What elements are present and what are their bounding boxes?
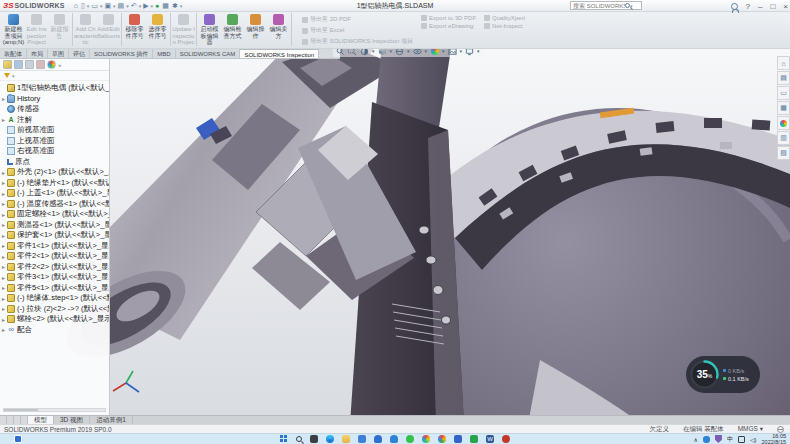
tree-item[interactable]: ▸(-) 上盖<1> (默认<<默认>_显示状 [0,188,109,199]
appearances-scenes-icon[interactable] [777,116,790,130]
undo-icon[interactable]: ↶ [130,1,138,10]
options-icon[interactable]: ✱ [171,1,179,10]
tree-item[interactable]: ▸外壳 (2)<1> (默认<<默认>_显示状 [0,167,109,178]
tree-filter[interactable]: ▾ [0,71,109,81]
tab-scroll-button[interactable] [7,416,14,424]
tray-display-icon[interactable] [738,436,745,443]
export-edrawing-button[interactable]: Export eDrawing [421,23,476,29]
panel-horizontal-scrollbar[interactable] [3,408,106,412]
tree-item[interactable]: ▸测温器<1> (默认<<默认>_显示状 [0,220,109,231]
file-explorer-icon[interactable]: ▭ [777,86,790,100]
store-icon[interactable] [374,435,382,443]
tree-item[interactable]: 原点 [0,157,109,168]
search-input[interactable] [573,3,625,9]
search-icon[interactable] [625,3,630,8]
tray-volume-icon[interactable]: ◁) [750,436,757,443]
tray-security-shield-icon[interactable] [715,435,722,443]
solidworks-forum-icon[interactable]: ▧ [777,146,790,160]
edit-operations-button[interactable]: 编辑操作 [244,13,267,48]
new-inspection-project-button[interactable]: 新建检查项目 (amp;N) [2,13,25,48]
chrome-icon[interactable] [438,435,446,443]
file-properties-icon[interactable]: ▦ [161,1,170,10]
taskbar-search-icon[interactable] [296,436,302,442]
qualityxpert-button[interactable]: QualityXpert [484,15,525,21]
tab-solidworks-cam[interactable]: SOLIDWORKS CAM [176,49,241,58]
open-file-icon[interactable]: ▭ [90,1,99,10]
system-monitor-widget[interactable]: 35% 0 KB/s 0.1 KB/s [686,356,760,393]
export-3d-pdf-button[interactable]: Export to 3D PDF [421,15,476,21]
viewport-3d[interactable] [0,42,790,424]
tab-sketch[interactable]: 草图 [48,49,69,58]
tab-scroll-button[interactable] [14,416,21,424]
help-button[interactable]: ? [746,2,750,11]
browser-icon[interactable] [422,435,430,443]
remove-balloons-button[interactable]: 移除零件序号 [123,13,146,48]
restore-button[interactable]: □ [770,2,775,11]
design-library-icon[interactable]: ▤ [777,71,790,85]
hidden-icons-chevron[interactable]: ∧ [694,436,698,443]
propertymanager-tab[interactable] [14,60,23,69]
tab-mbd[interactable]: MBD [153,49,175,58]
tab-3d-views[interactable]: 3D 视图 [54,416,90,424]
tab-addins[interactable]: SOLIDWORKS 插件 [90,49,153,58]
tab-layout[interactable]: 布局 [27,49,48,58]
app-red-icon[interactable] [502,435,510,443]
home-icon[interactable]: ⌂ [73,1,79,10]
tab-evaluate[interactable]: 评估 [69,49,90,58]
view-palette-icon[interactable]: ▦ [777,101,790,115]
configurationmanager-tab[interactable] [25,60,34,69]
tree-item[interactable]: ▸固定螺栓<1> (默认<<默认>_显示 [0,209,109,220]
close-button[interactable]: × [783,2,788,11]
tree-item[interactable]: ▸零件2<1> (默认<<默认>_显示状态 [0,251,109,262]
featuremanager-tree-tab[interactable] [3,60,12,69]
tree-item[interactable]: ▸保护套<1> (默认<<默认>_显示状 [0,230,109,241]
taskbar-pinned-app-icon[interactable] [14,435,22,443]
tree-item[interactable]: 上视基准面 [0,136,109,147]
wechat-icon[interactable] [406,435,414,443]
tab-assembly[interactable]: 装配体 [0,49,27,58]
help-search[interactable]: ▾ [570,1,642,10]
clock[interactable]: 16:05 2022/8/15 [762,433,786,444]
tree-item[interactable]: ▸History [0,94,109,105]
tree-item[interactable]: ▸(-) 温度传感器<1> (默认<<默认>_ [0,199,109,210]
tab-motion-study[interactable]: 运动算例1 [90,416,133,424]
app-blue-icon[interactable] [454,435,462,443]
status-globe-icon[interactable] [777,426,784,433]
minimize-button[interactable]: – [758,2,762,11]
login-icon[interactable] [731,3,738,10]
word-icon[interactable]: W [486,435,494,443]
tree-item[interactable]: ▸零件3<1> (默认<<默认>_显示状态 [0,272,109,283]
tree-item[interactable]: ▸螺栓<2> (默认<<默认>_显示状态 [0,314,109,325]
edit-inspection-methods-button[interactable]: 编辑检查方式 [221,13,244,48]
add-edit-balloons-button[interactable]: Add/Edit Balloons [97,13,120,48]
tab-scroll-button[interactable] [0,416,7,424]
app-green-icon[interactable] [470,435,478,443]
tab-model[interactable]: 模型 [28,416,54,424]
export-excel-button[interactable]: 导出至 Excel [302,26,413,35]
solidworks-resources-icon[interactable]: ⌂ [777,56,790,70]
save-icon[interactable]: ▣ [103,1,112,10]
file-explorer-icon[interactable] [342,435,350,443]
export-inspection-project-button[interactable]: 导出至 SOLIDWORKS Inspection 项目 [302,37,413,46]
edit-vendors-button[interactable]: 编辑卖方 [267,13,290,48]
displaymanager-tab[interactable] [47,60,56,69]
new-file-icon[interactable]: ▯ [80,1,86,10]
dimxpertmanager-tab[interactable] [36,60,45,69]
units-selector[interactable]: MMGS ▾ [738,425,763,433]
export-2d-pdf-button[interactable]: 导出至 2D PDF [302,15,413,24]
onedrive-icon[interactable] [390,435,398,443]
edit-inspection-project-button[interactable]: Edit Inspection Project [25,13,48,48]
tree-item[interactable]: ▸(-) 拉块 (2)<2> ->? (默认<<默认> [0,304,109,315]
select-icon[interactable]: ▶ [142,1,149,10]
tree-item[interactable]: ▸(-) 绝缘体.step<1> (默认<<默认> [0,293,109,304]
tree-item[interactable]: ▸零件1<1> (默认<<默认>_显示状态 [0,241,109,252]
tab-scroll-button[interactable] [21,416,28,424]
tree-item[interactable]: ▸零件5<1> (默认<<默认>_显示状态 [0,283,109,294]
edge-icon[interactable] [326,435,334,443]
start-button[interactable] [280,435,288,443]
print-icon[interactable]: ▤ [117,1,126,10]
tree-item[interactable]: ▸A注解 [0,115,109,126]
select-balloons-button[interactable]: 选择零件序号 [146,13,169,48]
tree-item[interactable]: 前视基准面 [0,125,109,136]
new-report-button[interactable]: 新建报告 [48,13,71,48]
